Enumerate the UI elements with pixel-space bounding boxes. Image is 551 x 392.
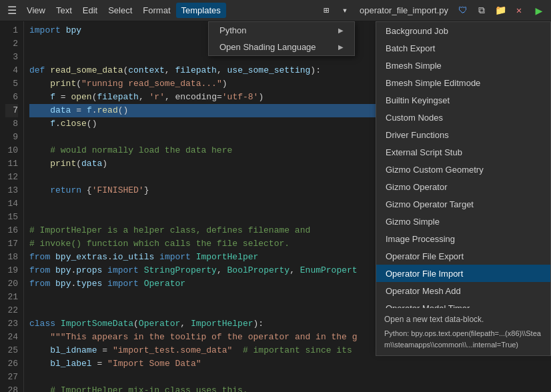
list-icon[interactable]: ⊞ bbox=[318, 3, 334, 19]
line-num-27: 27 bbox=[5, 371, 18, 384]
template-item-2[interactable]: Bmesh Simple bbox=[376, 57, 550, 74]
line-num-1: 1 bbox=[5, 24, 18, 37]
tooltip-text: Open a new text data-block. bbox=[384, 313, 542, 325]
template-item-7[interactable]: External Script Stub bbox=[376, 143, 550, 161]
template-item-12[interactable]: Image Processing bbox=[376, 230, 550, 247]
line-num-28: 28 bbox=[5, 384, 18, 392]
line-num-4: 4 bbox=[5, 64, 18, 77]
line-num-2: 2 bbox=[5, 37, 18, 51]
templates-dropdown: Python ▶ Open Shading Language ▶ bbox=[208, 21, 355, 56]
template-item-1[interactable]: Batch Export bbox=[376, 39, 550, 57]
line-num-21: 21 bbox=[5, 291, 18, 304]
line-num-20: 20 bbox=[5, 277, 18, 291]
editor-area: 1234567891011121314151617181920212223242… bbox=[0, 21, 551, 392]
dd-item-python[interactable]: Python ▶ bbox=[209, 22, 354, 39]
menu-templates[interactable]: Templates bbox=[176, 3, 226, 18]
line-num-11: 11 bbox=[5, 157, 18, 171]
line-num-12: 12 bbox=[5, 171, 18, 184]
template-item-8[interactable]: Gizmo Custom Geometry bbox=[376, 161, 550, 178]
arrow-icon: ▶ bbox=[338, 27, 344, 34]
line-num-16: 16 bbox=[5, 224, 18, 237]
templates-list: Background JobBatch ExportBmesh SimpleBm… bbox=[376, 21, 551, 352]
line-num-7: 7 bbox=[5, 104, 18, 117]
tooltip-code: Python: bpy.ops.text.open(filepath=...(x… bbox=[384, 328, 542, 350]
folder-icon[interactable]: 📁 bbox=[492, 3, 508, 19]
line-num-26: 26 bbox=[5, 357, 18, 371]
hamburger-icon[interactable]: ☰ bbox=[3, 1, 21, 20]
line-num-14: 14 bbox=[5, 197, 18, 211]
template-item-5[interactable]: Custom Nodes bbox=[376, 109, 550, 126]
run-button[interactable]: ▶ bbox=[530, 1, 548, 20]
line-num-6: 6 bbox=[5, 91, 18, 104]
menu-view[interactable]: View bbox=[21, 3, 51, 18]
template-item-3[interactable]: Bmesh Simple Editmode bbox=[376, 74, 550, 91]
menu-text[interactable]: Text bbox=[51, 3, 77, 18]
tooltip-box: Open a new text data-block. Python: bpy.… bbox=[376, 308, 551, 356]
menubar-right: ⊞ ▾ operator_file_import.py 🛡 ⧉ 📁 ✕ ▶ bbox=[318, 1, 548, 20]
template-item-6[interactable]: Driver Functions bbox=[376, 126, 550, 143]
dd-item-osl[interactable]: Open Shading Language ▶ bbox=[209, 39, 354, 55]
line-num-13: 13 bbox=[5, 184, 18, 197]
line-num-15: 15 bbox=[5, 211, 18, 224]
line-num-23: 23 bbox=[5, 317, 18, 331]
template-item-0[interactable]: Background Job bbox=[376, 22, 550, 39]
line-num-5: 5 bbox=[5, 77, 18, 91]
arrow-icon: ▶ bbox=[338, 43, 344, 51]
code-line-27 bbox=[29, 371, 546, 384]
line-num-22: 22 bbox=[5, 304, 18, 317]
template-item-15[interactable]: Operator Mesh Add bbox=[376, 282, 550, 299]
line-num-17: 17 bbox=[5, 237, 18, 251]
line-num-10: 10 bbox=[5, 144, 18, 157]
line-num-18: 18 bbox=[5, 251, 18, 264]
template-item-11[interactable]: Gizmo Simple bbox=[376, 213, 550, 230]
template-item-4[interactable]: Builtin Keyingset bbox=[376, 91, 550, 109]
template-item-13[interactable]: Operator File Export bbox=[376, 247, 550, 265]
code-line-28: # ImportHelper mix-in class uses this. bbox=[29, 384, 546, 392]
template-item-14[interactable]: Operator File Import bbox=[376, 265, 550, 282]
template-item-10[interactable]: Gizmo Operator Target bbox=[376, 195, 550, 213]
line-numbers: 1234567891011121314151617181920212223242… bbox=[0, 21, 24, 392]
line-num-3: 3 bbox=[5, 51, 18, 64]
menubar: ☰ View Text Edit Select Format Templates… bbox=[0, 0, 551, 21]
menu-format[interactable]: Format bbox=[137, 3, 175, 18]
line-num-9: 9 bbox=[5, 131, 18, 144]
copy-icon[interactable]: ⧉ bbox=[474, 3, 490, 19]
code-line-26: bl_label = "Import Some Data" bbox=[29, 357, 546, 371]
shield-icon: 🛡 bbox=[455, 3, 471, 19]
menu-edit[interactable]: Edit bbox=[77, 3, 103, 18]
line-num-8: 8 bbox=[5, 117, 18, 131]
dropdown-arrow-icon[interactable]: ▾ bbox=[337, 3, 353, 19]
close-icon[interactable]: ✕ bbox=[511, 3, 527, 19]
line-num-25: 25 bbox=[5, 344, 18, 357]
menu-select[interactable]: Select bbox=[103, 3, 137, 18]
line-num-24: 24 bbox=[5, 331, 18, 344]
line-num-19: 19 bbox=[5, 264, 18, 277]
filename-label: operator_file_import.py bbox=[356, 5, 452, 15]
template-item-9[interactable]: Gizmo Operator bbox=[376, 178, 550, 195]
